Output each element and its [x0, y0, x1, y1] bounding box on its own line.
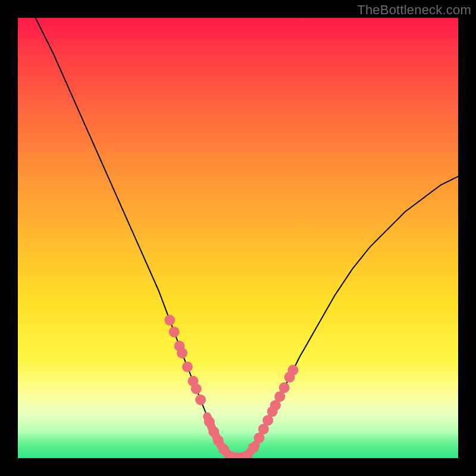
watermark-label: TheBottleneck.com	[357, 2, 471, 18]
curve-svg	[18, 18, 458, 458]
curve-marker-dot	[177, 347, 187, 358]
curve-marker-dot	[164, 315, 175, 325]
gradient-plot-area	[18, 18, 458, 458]
curve-marker-dot	[169, 327, 180, 337]
curve-marker-dot	[195, 394, 206, 405]
curve-marker-dot	[288, 365, 299, 375]
curve-marker-dot	[182, 362, 193, 372]
curve-marker-dot	[204, 416, 215, 427]
curve-marker-dot	[213, 435, 224, 446]
bottleneck-curve	[36, 18, 458, 458]
curve-markers	[164, 315, 298, 458]
curve-marker-dot	[279, 383, 290, 393]
chart-frame: TheBottleneck.com	[0, 0, 476, 476]
curve-marker-dot	[191, 384, 202, 394]
curve-marker-dot	[248, 442, 259, 453]
